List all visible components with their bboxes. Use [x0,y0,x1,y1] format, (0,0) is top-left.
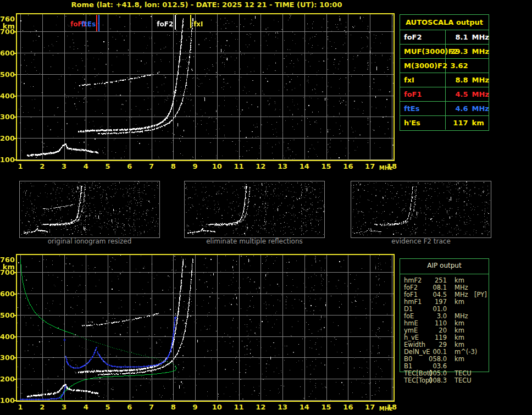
y-axis-tick-200: 200 [0,135,15,142]
autoscala-row-MUF(3000)F2: MUF(3000)F229.3MHz [400,45,489,59]
autoscala-row-M(3000)F2: M(3000)F23.62 [400,59,489,73]
aip-cell-extra: [PY] [474,291,487,298]
x-axis-tick-8: 8 [165,163,181,170]
aip-cell-unit: km [455,356,464,363]
y-axis-tick-600: 600 [0,49,15,57]
thumbnail-original-caption: original ionogram resized [19,237,160,245]
x-axis-tick-4: 4 [77,403,94,411]
y-axis-tickmark [14,159,16,161]
y-axis-tick-600: 600 [0,290,15,297]
y-axis-tick-500: 500 [0,312,15,319]
x-axis-tick-10: 10 [209,163,225,170]
x-axis-tick-3: 3 [56,403,73,411]
y-axis-tickmark [14,96,16,97]
x-axis-tick-9: 9 [187,163,203,170]
aip-table-header: AIP output [400,262,489,269]
autoscala-row-value: 29.3MHz [446,45,489,58]
thumbnail-original-ionogram [19,181,160,238]
marker-label-ftEs: ftEs [81,21,96,27]
y-axis-tick-300: 300 [0,354,15,361]
autoscala-row-value: 4.6MHz [446,102,489,115]
autoscala-row-ftEs: ftEs4.6MHz [400,102,489,116]
x-axis-unit-mhz: MHz [379,165,392,171]
autoscala-row-value: 8.1MHz [446,30,489,44]
autoscala-row-label: MUF(3000)F2 [400,45,446,58]
x-axis-tick-13: 13 [274,403,291,411]
marker-label-fxI: fxI [193,21,203,27]
y-axis-tick-760: 760 [0,256,15,263]
aip-cell-unit: TECU [455,377,472,384]
x-axis-tick-2: 2 [34,163,51,170]
x-axis-tick-11: 11 [231,403,247,411]
y-axis-tickmark [14,400,16,401]
bottom-ionogram-canvas [17,255,394,401]
x-axis-tick-4: 4 [77,163,94,170]
y-axis-tick-400: 400 [0,333,15,340]
x-axis-tick-14: 14 [296,163,313,170]
autoscala-row-value: 8.8MHz [446,73,489,87]
thumbnail-evidence-caption: evidence F2 trace [351,237,491,245]
x-axis-tick-3: 3 [56,163,73,170]
y-axis-tickmark [14,31,16,32]
aip-cell-unit: km [455,298,464,306]
thumbnail-original-canvas [20,181,159,235]
x-axis-tick-16: 16 [340,163,356,170]
autoscala-row-label: M(3000)F2 [400,59,446,73]
x-axis-tick-15: 15 [318,403,335,411]
aip-cell-val: 008.3 [418,377,447,384]
x-axis-tick-13: 13 [274,163,291,170]
x-axis-tick-1: 1 [12,403,29,411]
thumbnail-eliminate-canvas [185,181,324,235]
thumbnail-evidence-canvas [351,181,491,235]
top-ionogram-canvas [17,14,394,160]
x-axis-tick-1: 1 [12,163,29,170]
x-axis-tick-11: 11 [231,163,247,170]
marker-label-foF2: foF2 [157,21,173,27]
thumbnail-eliminate-caption: eliminate multiple reflections [184,237,325,245]
x-axis-tick-17: 17 [362,163,378,170]
y-axis-tickmark [14,272,16,273]
autoscala-table-header: AUTOSCALA output [400,15,489,30]
y-axis-tickmark [14,336,16,337]
top-ionogram-chart [16,13,395,161]
x-axis-tick-14: 14 [296,403,313,411]
autoscala-table-rows: foF28.1MHzMUF(3000)F229.3MHzM(3000)F23.6… [400,30,489,130]
autoscala-row-h'Es: h'Es117km [400,116,489,130]
autoscala-row-foF2: foF28.1MHz [400,30,489,45]
page-title: Rome (lat: +41.8, lon: 012.5) - DATE: 20… [0,1,413,9]
x-axis-tick-9: 9 [187,403,203,411]
y-axis-tickmark [14,379,16,380]
x-axis-unit-mhz: MHz [379,406,392,412]
x-axis-tick-7: 7 [143,163,160,170]
x-axis-tick-7: 7 [143,403,160,411]
x-axis-tick-16: 16 [340,403,356,411]
aip-table-divider [400,274,489,274]
bottom-ionogram-chart [16,254,395,402]
aip-row-TEC[Top]: TEC[Top]008.3TECU [400,377,493,384]
y-axis-tickmark [14,74,16,75]
x-axis-tick-5: 5 [99,403,116,411]
y-axis-tickmark [14,294,16,295]
autoscala-row-value: 3.62 [446,59,489,73]
x-axis-tick-12: 12 [252,163,269,170]
autoscala-output-table: AUTOSCALA output foF28.1MHzMUF(3000)F229… [400,14,489,131]
x-axis-tick-6: 6 [121,403,138,411]
x-axis-tick-2: 2 [34,403,51,411]
y-axis-tickmark [14,357,16,358]
autoscala-row-label: ftEs [400,102,446,115]
autoscala-row-foF1: foF14.5MHz [400,87,489,102]
thumbnail-evidence-f2 [351,181,491,238]
y-axis-tick-500: 500 [0,71,15,78]
y-axis-tick-200: 200 [0,375,15,383]
y-axis-tick-700: 700 [0,28,15,35]
y-axis-tick-760: 760 [0,15,15,23]
autoscala-row-label: fxI [400,73,446,87]
x-axis-tick-10: 10 [209,403,225,411]
x-axis-tick-12: 12 [252,403,269,411]
y-axis-tickmark [14,315,16,316]
autoscala-row-fxI: fxI8.8MHz [400,73,489,87]
thumbnail-eliminate-reflections [184,181,325,238]
autoscala-row-label: foF2 [400,30,446,44]
y-axis-tick-400: 400 [0,92,15,99]
y-axis-tick-300: 300 [0,113,15,120]
